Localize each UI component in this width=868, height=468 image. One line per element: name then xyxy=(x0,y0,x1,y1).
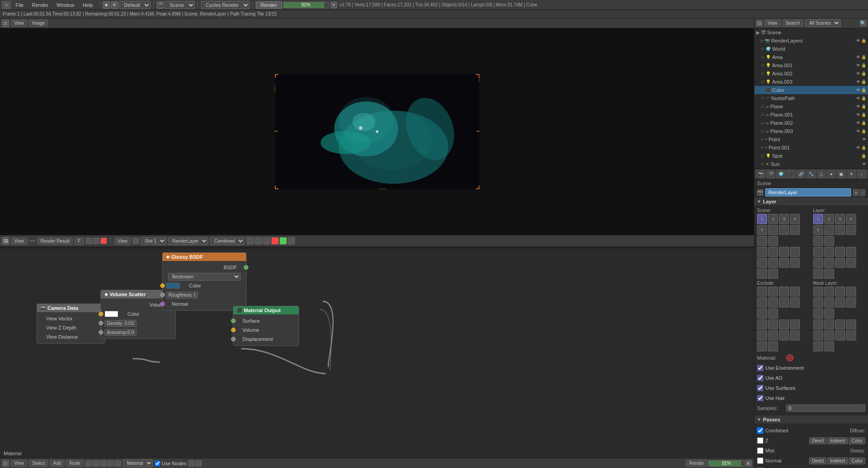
outliner-plane[interactable]: ⊙ ▱ Plane 👁 🔒 xyxy=(754,102,868,111)
use-env-checkbox[interactable] xyxy=(757,365,763,371)
data-props-icon[interactable]: △ xyxy=(817,170,826,179)
layer-11[interactable] xyxy=(813,247,823,257)
spot-restrict[interactable]: 🔒 xyxy=(861,154,866,158)
combined-checkbox[interactable] xyxy=(757,427,763,434)
exc-10[interactable] xyxy=(768,308,778,319)
outliner-spot[interactable]: ⊙ 💡 Spot 🔒 xyxy=(754,152,868,160)
use-surfaces-checkbox[interactable] xyxy=(757,385,763,391)
layer-13[interactable] xyxy=(835,247,845,257)
icon1[interactable] xyxy=(86,238,92,244)
view-menu[interactable]: View xyxy=(11,20,27,27)
world-props-icon[interactable]: 🌍 xyxy=(776,170,785,179)
scene-selector[interactable]: Scene xyxy=(165,1,195,9)
exc-20[interactable] xyxy=(768,341,778,351)
mask-3[interactable] xyxy=(835,287,845,297)
view-menu-img[interactable]: View xyxy=(11,238,27,245)
normal-socket[interactable] xyxy=(160,302,165,306)
slot-selector[interactable]: Slot 1 xyxy=(141,237,166,245)
distribution-dropdown[interactable]: Beckmann xyxy=(168,273,241,281)
scene-layer-19[interactable] xyxy=(757,269,767,279)
plane003-restrict[interactable]: 🔒 xyxy=(861,129,866,133)
mask-15[interactable] xyxy=(813,330,823,340)
material-color-icon[interactable] xyxy=(786,354,794,362)
node-icon1[interactable] xyxy=(85,460,92,467)
outliner-nurbspath[interactable]: ⊙ 〰 NurbsPath 👁 🔒 xyxy=(754,94,868,102)
roughness-input[interactable] xyxy=(166,292,198,298)
area001-restrict[interactable]: 🔒 xyxy=(861,63,866,68)
area001-eye[interactable]: 👁 xyxy=(856,63,860,68)
glossy-color-swatch[interactable] xyxy=(166,282,180,289)
outliner-sun[interactable]: ⊙ ☀ Sun 👁 xyxy=(754,160,868,168)
scene-layer-9[interactable] xyxy=(757,236,767,246)
node-material-select[interactable]: Material xyxy=(123,459,153,467)
outliner-cube[interactable]: ⊙ ⬛ Cube 👁 🔒 xyxy=(754,86,868,94)
mask-20[interactable] xyxy=(824,341,834,351)
mask-1[interactable] xyxy=(813,287,823,297)
physics-props-icon[interactable]: ↕ xyxy=(857,170,866,179)
render-stop-icon[interactable] xyxy=(271,237,279,245)
layer-10[interactable] xyxy=(824,236,834,246)
area002-restrict[interactable]: 🔒 xyxy=(861,71,866,76)
outliner-point001[interactable]: ⊙ • Point.001 👁 🔒 xyxy=(754,144,868,152)
layer-14[interactable] xyxy=(846,247,856,257)
image-menu[interactable]: Image xyxy=(29,20,48,27)
scene-layer-5[interactable]: 5 xyxy=(757,225,767,235)
layer-6[interactable] xyxy=(824,225,834,235)
layer-12[interactable] xyxy=(824,247,834,257)
mask-11[interactable] xyxy=(813,319,823,330)
scene-selector-outliner[interactable]: All Scenes xyxy=(805,19,841,27)
mask-16[interactable] xyxy=(824,330,834,340)
point001-eye[interactable]: 👁 xyxy=(856,145,860,150)
exc-5[interactable] xyxy=(757,298,767,308)
use-nodes-checkbox[interactable] xyxy=(155,461,160,466)
node-icon6[interactable] xyxy=(195,460,202,467)
node-icon4[interactable] xyxy=(107,460,114,467)
node-render-btn[interactable]: Render xyxy=(686,460,707,467)
scene-layer-14[interactable] xyxy=(790,247,800,257)
scene-layer-2[interactable]: 2 xyxy=(768,214,778,224)
blender-logo-icon[interactable]: ⊙ xyxy=(2,1,11,9)
view-icon1[interactable] xyxy=(132,238,139,244)
layer-15[interactable] xyxy=(813,258,823,268)
mask-14[interactable] xyxy=(846,319,856,330)
plane001-eye[interactable]: 👁 xyxy=(856,112,860,117)
nurbs-eye[interactable]: 👁 xyxy=(856,96,860,101)
normal-checkbox[interactable] xyxy=(757,457,763,464)
view-btn[interactable]: View xyxy=(764,20,781,27)
object-props-icon[interactable]: ⬛ xyxy=(786,170,795,179)
outliner-area[interactable]: ⊙ 💡 Area 👁 🔒 xyxy=(754,53,868,61)
aniso-input[interactable] xyxy=(105,329,137,336)
area002-eye[interactable]: 👁 xyxy=(856,71,860,76)
modifier-props-icon[interactable]: 🔧 xyxy=(806,170,815,179)
mist-checkbox[interactable] xyxy=(757,447,763,454)
f-button[interactable]: F xyxy=(74,238,84,245)
material-props-icon[interactable]: ● xyxy=(827,170,836,179)
node-mode-icon[interactable]: ⊡ xyxy=(2,460,9,467)
mask-17[interactable] xyxy=(835,330,845,340)
density-socket[interactable] xyxy=(99,321,103,325)
exc-9[interactable] xyxy=(757,308,767,319)
mask-7[interactable] xyxy=(835,298,845,308)
cube-eye[interactable]: 👁 xyxy=(856,88,860,92)
area-eye[interactable]: 👁 xyxy=(856,55,860,59)
scene-layer-3[interactable]: 3 xyxy=(779,214,789,224)
scene-layer-11[interactable] xyxy=(757,247,767,257)
scene-layer-20[interactable] xyxy=(768,269,778,279)
node-node-menu[interactable]: Node xyxy=(66,460,84,467)
mask-9[interactable] xyxy=(813,308,823,319)
layer-16[interactable] xyxy=(824,258,834,268)
node-icon3[interactable] xyxy=(100,460,106,467)
scene-props-icon[interactable]: 🎬 xyxy=(766,170,775,179)
search-icon[interactable]: 🔍 xyxy=(860,20,866,27)
scene-layer-7[interactable] xyxy=(779,225,789,235)
surface-socket[interactable] xyxy=(231,319,236,323)
mask-6[interactable] xyxy=(824,298,834,308)
point001-restrict[interactable]: 🔒 xyxy=(861,145,866,150)
scene-layer-15[interactable] xyxy=(757,258,767,268)
node-add-menu[interactable]: Add xyxy=(50,460,64,467)
exc-6[interactable] xyxy=(768,298,778,308)
node-view-menu[interactable]: View xyxy=(11,460,27,467)
scene-layer-13[interactable] xyxy=(779,247,789,257)
outliner-plane001[interactable]: ⊙ ▱ Plane.001 👁 🔒 xyxy=(754,111,868,119)
use-hair-checkbox[interactable] xyxy=(757,395,763,401)
